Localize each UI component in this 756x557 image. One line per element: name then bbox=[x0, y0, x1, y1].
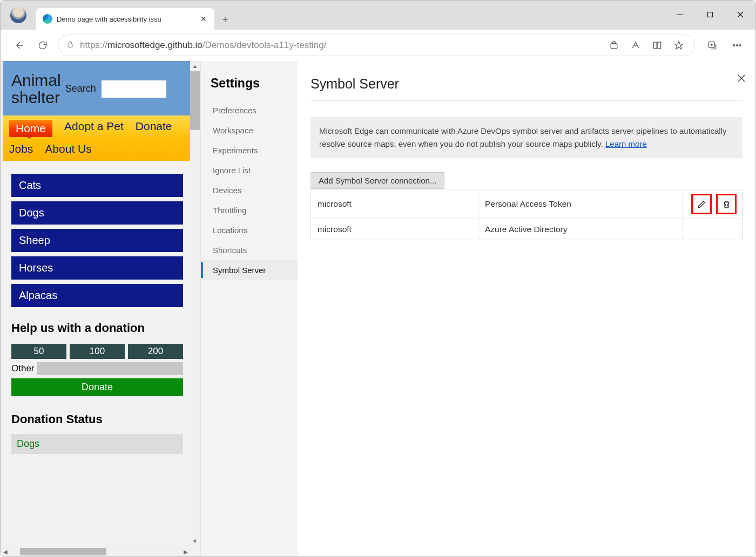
nav-adopt[interactable]: Adopt a Pet bbox=[64, 120, 124, 137]
nav-home[interactable]: Home bbox=[9, 120, 52, 137]
table-row: microsoftPersonal Access Token bbox=[311, 189, 742, 219]
browser-titlebar: Demo page with accessibility issu ✕ ＋ bbox=[1, 1, 755, 30]
website-pane: Animalshelter Search Home Adopt a Pet Do… bbox=[1, 61, 200, 557]
settings-nav-locations[interactable]: Locations bbox=[201, 220, 298, 240]
maximize-button[interactable] bbox=[695, 5, 725, 24]
window-controls bbox=[665, 1, 755, 30]
site-nav: Home Adopt a Pet Donate Jobs About Us bbox=[3, 116, 192, 161]
search-input[interactable] bbox=[102, 80, 166, 98]
browser-tab[interactable]: Demo page with accessibility issu ✕ bbox=[36, 8, 214, 30]
edge-icon bbox=[43, 14, 52, 24]
svg-rect-4 bbox=[68, 44, 72, 47]
svg-rect-1 bbox=[708, 12, 713, 17]
nav-donate[interactable]: Donate bbox=[136, 120, 172, 137]
devtools-panel: Settings PreferencesWorkspaceExperiments… bbox=[200, 61, 755, 557]
other-label: Other bbox=[11, 363, 35, 374]
settings-nav-throttling[interactable]: Throttling bbox=[201, 200, 298, 220]
edit-icon[interactable] bbox=[692, 195, 711, 213]
add-connection-button[interactable]: Add Symbol Server connection... bbox=[310, 172, 444, 189]
amount-100[interactable]: 100 bbox=[70, 344, 125, 359]
delete-icon[interactable] bbox=[717, 195, 735, 213]
svg-point-8 bbox=[737, 45, 738, 46]
svg-point-9 bbox=[740, 45, 741, 46]
conn-actions bbox=[683, 189, 742, 219]
donation-section: Help us with a donation 50100200 Other D… bbox=[3, 307, 192, 396]
scroll-down-icon[interactable]: ▼ bbox=[190, 536, 200, 546]
url-text: https://microsoftedge.github.io/Demos/de… bbox=[80, 40, 600, 51]
settings-nav-shortcuts[interactable]: Shortcuts bbox=[201, 240, 298, 260]
browser-toolbar: https://microsoftedge.github.io/Demos/de… bbox=[1, 30, 755, 61]
close-settings-icon[interactable] bbox=[734, 71, 749, 86]
profile-avatar[interactable] bbox=[10, 7, 26, 23]
status-row: Dogs bbox=[11, 434, 183, 454]
learn-more-link[interactable]: Learn more bbox=[605, 139, 647, 148]
settings-nav-preferences[interactable]: Preferences bbox=[201, 100, 298, 120]
info-box: Microsoft Edge can communicate with Azur… bbox=[310, 117, 742, 158]
new-tab-button[interactable]: ＋ bbox=[214, 8, 236, 30]
lock-icon bbox=[66, 40, 75, 51]
status-section: Donation Status Dogs bbox=[3, 396, 192, 454]
page-title: Symbol Server bbox=[310, 76, 742, 101]
svg-rect-5 bbox=[611, 44, 617, 49]
category-cats[interactable]: Cats bbox=[11, 174, 183, 197]
category-sheep[interactable]: Sheep bbox=[11, 229, 183, 252]
other-amount-input[interactable] bbox=[37, 362, 183, 375]
settings-nav-experiments[interactable]: Experiments bbox=[201, 140, 298, 160]
conn-auth: Azure Active Directory bbox=[478, 219, 683, 240]
nav-jobs[interactable]: Jobs bbox=[9, 142, 33, 155]
donation-heading: Help us with a donation bbox=[11, 321, 183, 335]
read-aloud-icon[interactable] bbox=[627, 33, 644, 57]
site-title: Animalshelter bbox=[11, 72, 61, 106]
reader-icon[interactable] bbox=[649, 33, 665, 57]
settings-sidebar: Settings PreferencesWorkspaceExperiments… bbox=[200, 61, 298, 557]
settings-content: Symbol Server Microsoft Edge can communi… bbox=[298, 61, 755, 557]
vertical-scrollbar[interactable]: ▲ ▼ bbox=[190, 61, 200, 546]
scroll-left-icon[interactable]: ◀ bbox=[1, 546, 10, 557]
conn-actions bbox=[683, 219, 742, 240]
more-icon[interactable] bbox=[725, 33, 749, 57]
site-header: Animalshelter Search bbox=[3, 61, 192, 116]
nav-about[interactable]: About Us bbox=[45, 142, 91, 155]
amount-50[interactable]: 50 bbox=[11, 344, 66, 359]
back-button[interactable] bbox=[7, 33, 31, 57]
category-horses[interactable]: Horses bbox=[11, 256, 183, 280]
minimize-button[interactable] bbox=[665, 5, 695, 24]
connections-table: microsoftPersonal Access TokenmicrosoftA… bbox=[310, 189, 742, 240]
category-dogs[interactable]: Dogs bbox=[11, 201, 183, 225]
settings-nav-devices[interactable]: Devices bbox=[201, 180, 298, 200]
donate-button[interactable]: Donate bbox=[11, 378, 183, 396]
category-alpacas[interactable]: Alpacas bbox=[11, 284, 183, 307]
settings-nav-ignore-list[interactable]: Ignore List bbox=[201, 160, 298, 180]
table-row: microsoftAzure Active Directory bbox=[311, 219, 742, 240]
tab-title: Demo page with accessibility issu bbox=[57, 15, 193, 23]
settings-nav-symbol-server[interactable]: Symbol Server bbox=[201, 260, 298, 280]
scroll-right-icon[interactable]: ▶ bbox=[181, 546, 191, 557]
settings-title: Settings bbox=[201, 76, 298, 100]
close-window-button[interactable] bbox=[725, 5, 755, 24]
search-label: Search bbox=[65, 83, 96, 94]
category-list: CatsDogsSheepHorsesAlpacas bbox=[3, 161, 192, 307]
status-heading: Donation Status bbox=[11, 412, 183, 426]
address-bar[interactable]: https://microsoftedge.github.io/Demos/de… bbox=[58, 35, 695, 56]
shopping-icon[interactable] bbox=[606, 33, 622, 57]
scroll-up-icon[interactable]: ▲ bbox=[190, 61, 200, 71]
conn-auth: Personal Access Token bbox=[478, 189, 683, 219]
amount-200[interactable]: 200 bbox=[128, 344, 183, 359]
refresh-button[interactable] bbox=[31, 33, 55, 57]
horizontal-scrollbar[interactable]: ◀ ▶ bbox=[1, 546, 191, 557]
svg-point-7 bbox=[733, 45, 735, 46]
donation-amounts: 50100200 bbox=[11, 344, 183, 359]
favorite-icon[interactable] bbox=[671, 33, 687, 57]
conn-org: microsoft bbox=[311, 219, 478, 240]
conn-org: microsoft bbox=[311, 189, 478, 219]
collections-icon[interactable] bbox=[700, 33, 724, 57]
settings-nav-workspace[interactable]: Workspace bbox=[201, 120, 298, 140]
close-tab-icon[interactable]: ✕ bbox=[197, 12, 210, 25]
